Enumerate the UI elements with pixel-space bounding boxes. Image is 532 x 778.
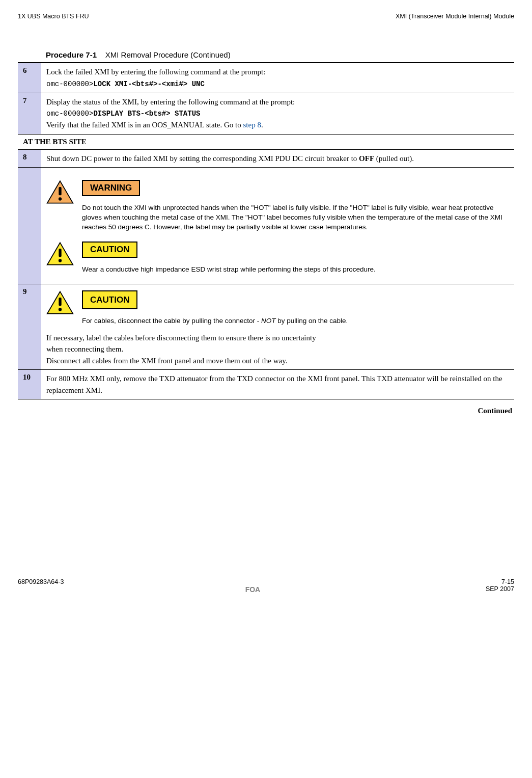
- caution-triangle-icon-2: [46, 290, 75, 315]
- step-8-text-b: (pulled out).: [374, 154, 414, 163]
- step-9-number: 9: [18, 284, 41, 370]
- step-9-body: CAUTION For cables, disconnect the cable…: [41, 284, 514, 370]
- caution-text-2: For cables, disconnect the cable by pull…: [82, 316, 509, 326]
- caution-label-2: CAUTION: [82, 290, 137, 310]
- page-footer: 68P09283A64-3 7-15 . FOA SEP 2007: [18, 578, 514, 594]
- caution-text-1: Wear a conductive high impedance ESD wri…: [82, 265, 509, 275]
- svg-rect-4: [59, 249, 61, 257]
- step-7-verify-a: Verify that the failed XMI is in an OOS_…: [46, 121, 243, 129]
- procedure-number: Procedure 7-1: [46, 50, 97, 59]
- step-7-prompt: omc-000000>: [46, 110, 93, 118]
- step-10-number: 10: [18, 370, 41, 399]
- step-7-verify-b: .: [261, 121, 263, 129]
- caution-block-2: CAUTION For cables, disconnect the cable…: [46, 290, 509, 326]
- step-9-para2: Disconnect all cables from the XMI front…: [46, 355, 413, 367]
- step-7-text: Display the status of the XMI, by enteri…: [46, 98, 295, 106]
- step-6-body: Lock the failed XMI by entering the foll…: [41, 63, 514, 93]
- step-6-prompt: omc-000000>: [46, 80, 93, 88]
- admon-cell: WARNING Do not touch the XMI with unprot…: [41, 168, 514, 284]
- svg-point-5: [59, 259, 62, 262]
- step-7-link-step8[interactable]: step 8: [243, 121, 261, 129]
- page-header: 1X UBS Macro BTS FRU XMI (Transceiver Mo…: [18, 13, 514, 20]
- svg-point-8: [59, 308, 62, 311]
- header-right: XMI (Transceiver Module Internal) Module: [396, 13, 514, 20]
- caution-label-1: CAUTION: [82, 242, 137, 258]
- caution-2-text-b: by pulling on the cable.: [275, 317, 348, 325]
- warning-label: WARNING: [82, 180, 140, 196]
- caution-2-emph-not: NOT: [261, 317, 276, 325]
- footer-date: SEP 2007: [486, 585, 514, 594]
- step-6-command: LOCK XMI-<bts#>-<xmi#> UNC: [93, 80, 204, 88]
- svg-rect-7: [59, 298, 61, 306]
- step-7-number: 7: [18, 93, 41, 134]
- section-at-bts-site: AT THE BTS SITE: [18, 134, 514, 149]
- step-8-number: 8: [18, 149, 41, 168]
- admon-spacer: [18, 168, 41, 284]
- procedure-title: XMI Removal Procedure (Continued): [105, 50, 231, 59]
- step-6-text: Lock the failed XMI by entering the foll…: [46, 68, 265, 76]
- caution-block-1: CAUTION Wear a conductive high impedance…: [46, 242, 509, 275]
- footer-docnum: 68P09283A64-3: [18, 578, 64, 585]
- step-8-body: Shut down DC power to the failed XMI by …: [41, 149, 514, 168]
- step-7-command: DISPLAY BTS-<bts#> STATUS: [93, 110, 200, 118]
- warning-block: WARNING Do not touch the XMI with unprot…: [46, 180, 509, 232]
- step-7-body: Display the status of the XMI, by enteri…: [41, 93, 514, 134]
- step-8-text-a: Shut down DC power to the failed XMI by …: [46, 154, 359, 163]
- footer-page: 7-15: [501, 578, 514, 585]
- procedure-table: 6 Lock the failed XMI by entering the fo…: [18, 62, 514, 399]
- step-10-body: For 800 MHz XMI only, remove the TXD att…: [41, 370, 514, 399]
- caution-triangle-icon: [46, 242, 75, 266]
- svg-point-2: [59, 197, 62, 200]
- step-8-bold-off: OFF: [359, 154, 374, 163]
- warning-triangle-icon: [46, 180, 75, 204]
- header-left: 1X UBS Macro BTS FRU: [18, 13, 89, 20]
- svg-rect-1: [59, 187, 61, 195]
- caution-2-text-a: For cables, disconnect the cable by pull…: [82, 317, 261, 325]
- procedure-title-line: Procedure 7-1 XMI Removal Procedure (Con…: [46, 50, 514, 59]
- warning-text: Do not touch the XMI with unprotected ha…: [82, 203, 509, 232]
- step-6-number: 6: [18, 63, 41, 93]
- footer-foa: FOA: [245, 585, 261, 594]
- step-9-para1: If necessary, label the cables before di…: [46, 332, 331, 355]
- continued-label: Continued: [18, 407, 512, 415]
